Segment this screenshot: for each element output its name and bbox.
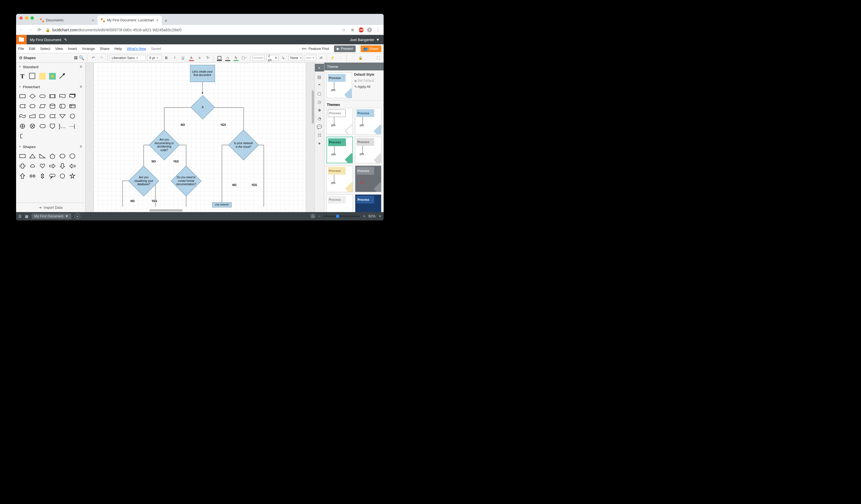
close-window-icon[interactable]	[19, 16, 23, 20]
menu-share[interactable]: Share	[100, 46, 110, 51]
node-usenet[interactable]: Use network	[212, 202, 232, 207]
fc-connector[interactable]	[68, 112, 77, 120]
undo-icon[interactable]: ↶	[90, 55, 97, 61]
import-data-button[interactable]: ⇥ Import Data	[16, 202, 85, 212]
fullscreen-icon[interactable]: ⛶	[375, 55, 382, 61]
history-icon[interactable]: ◷	[316, 99, 322, 105]
block-shape[interactable]	[28, 72, 37, 80]
layers-icon[interactable]: ❖	[316, 108, 322, 113]
fc-note[interactable]	[18, 132, 27, 140]
sh-arrow-right[interactable]	[48, 162, 57, 170]
fc-predefined[interactable]	[48, 92, 57, 100]
abp-extension-icon[interactable]: ABP	[359, 27, 364, 32]
image-icon[interactable]: 🖼	[74, 56, 78, 60]
fc-internal[interactable]	[68, 102, 77, 110]
zoom-slider[interactable]	[324, 216, 360, 217]
fc-display[interactable]	[38, 122, 46, 130]
sh-cloud[interactable]	[28, 162, 37, 170]
zoom-out-icon[interactable]: −	[318, 214, 320, 218]
share-button[interactable]: 👥 Share	[360, 45, 381, 52]
folder-button[interactable]	[16, 35, 27, 44]
sh-rect[interactable]	[18, 152, 27, 160]
fc-multidoc[interactable]	[68, 92, 77, 100]
fc-sum[interactable]	[28, 122, 37, 130]
fc-paper-tape[interactable]	[18, 112, 27, 120]
border-color-icon[interactable]: ◇	[224, 55, 231, 61]
url-field[interactable]: 🔒 lucidchart.com/documents/edit/4058973f…	[45, 28, 338, 32]
fill-color-icon[interactable]	[216, 55, 223, 61]
maximize-window-icon[interactable]	[30, 16, 34, 20]
sh-cross[interactable]	[18, 162, 27, 170]
kebab-menu-icon[interactable]: ⋮	[375, 27, 381, 32]
sh-octagon[interactable]	[68, 152, 77, 160]
edit-title-icon[interactable]: ✎	[64, 38, 67, 42]
sh-triangle[interactable]	[28, 152, 37, 160]
arrow-start-select[interactable]: None▼	[288, 55, 302, 61]
zoom-level[interactable]: 62%	[369, 214, 375, 218]
grid-view-icon[interactable]: ▦	[25, 214, 28, 219]
page-icon[interactable]: ▤	[316, 74, 322, 80]
fc-database[interactable]	[48, 102, 57, 110]
new-tab-button[interactable]: +	[162, 18, 170, 25]
sh-circle[interactable]	[58, 172, 67, 180]
minimize-window-icon[interactable]	[25, 16, 28, 20]
canvas[interactable]: Let's create your first document A NO YE…	[85, 62, 315, 212]
theme-option[interactable]: Processyes	[355, 108, 381, 135]
fc-preparation[interactable]	[28, 102, 37, 110]
fc-io[interactable]	[38, 102, 46, 110]
fc-decision[interactable]	[28, 92, 37, 100]
italic-icon[interactable]: I	[172, 55, 178, 61]
present-button[interactable]: ▶ Present	[334, 45, 356, 52]
sh-arrow-down[interactable]	[58, 162, 67, 170]
list-view-icon[interactable]: ☰	[18, 214, 22, 219]
stroke-width-select[interactable]: 2 px▴▾	[266, 55, 278, 61]
text-shape[interactable]: T	[18, 72, 27, 80]
sh-right-tri[interactable]	[38, 152, 46, 160]
sh-star[interactable]	[68, 172, 77, 180]
category-standard[interactable]: ▼Standard×	[16, 62, 85, 71]
close-tab-icon[interactable]: ×	[156, 18, 159, 23]
fc-or[interactable]	[18, 122, 27, 130]
browser-tab-documents[interactable]: Documents ×	[37, 15, 98, 25]
sh-heart[interactable]	[38, 162, 46, 170]
forward-icon[interactable]: →	[28, 27, 33, 32]
zoom-in-icon[interactable]: +	[363, 214, 365, 218]
menu-view[interactable]: View	[55, 46, 63, 51]
page-surface[interactable]: Let's create your first document A NO YE…	[94, 62, 306, 212]
category-flowchart[interactable]: ▼Flowchart×	[16, 83, 85, 91]
magnet-icon[interactable]: ∩	[338, 55, 344, 61]
gear-icon[interactable]: ⚙	[19, 55, 23, 60]
arrow-shape[interactable]	[58, 72, 67, 80]
theme-option[interactable]: Processyes	[355, 137, 381, 163]
page-selector[interactable]: My First Document▼	[32, 213, 71, 219]
data-icon[interactable]: ☷	[316, 132, 322, 138]
text-color-icon[interactable]: A	[188, 55, 195, 61]
note-shape[interactable]	[38, 72, 46, 80]
text-options-icon[interactable]: T▾	[205, 55, 211, 61]
node-start[interactable]: Let's create your first document	[190, 65, 215, 82]
magic-icon[interactable]: ✦	[316, 141, 322, 146]
swap-arrows-icon[interactable]: ⇄	[318, 55, 325, 61]
add-page-button[interactable]: +	[74, 213, 80, 219]
sh-arrow-left[interactable]	[68, 162, 77, 170]
close-icon[interactable]: ×	[80, 84, 82, 89]
action-icon[interactable]: ⚡	[329, 55, 336, 61]
feature-find-button[interactable]: 👓 Feature Find	[301, 46, 329, 51]
hotspot-shape[interactable]: ⚡	[48, 72, 57, 80]
browser-tab-editor[interactable]: My First Document: Lucidchart ×	[98, 15, 162, 25]
fc-manual-input[interactable]	[28, 112, 37, 120]
underline-icon[interactable]: U	[180, 55, 187, 61]
sh-hexagon[interactable]	[58, 152, 67, 160]
category-shapes[interactable]: ▼Shapes×	[16, 142, 85, 151]
arrow-end-select[interactable]: ▼	[304, 55, 316, 61]
fc-data-storage[interactable]	[18, 102, 27, 110]
collapse-panel-icon[interactable]: »	[315, 64, 324, 71]
sync-icon[interactable]: Ⓐ	[311, 213, 315, 219]
menu-arrange[interactable]: Arrange	[82, 46, 95, 51]
lock-icon[interactable]: 🔒	[357, 55, 364, 61]
star-icon[interactable]: ☆	[341, 27, 346, 32]
reload-icon[interactable]: ⟳	[37, 27, 42, 32]
search-icon[interactable]: 🔍	[79, 55, 84, 60]
set-default-button[interactable]: ◆ Set Default	[354, 79, 374, 83]
extension-icon[interactable]: ⊞	[350, 28, 355, 32]
